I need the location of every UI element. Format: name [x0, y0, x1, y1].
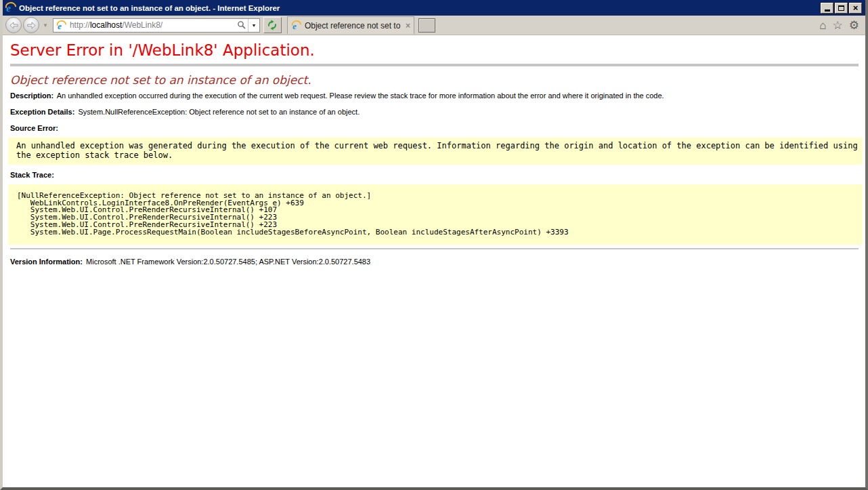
- version-information-text: Microsoft .NET Framework Version:2.0.507…: [86, 258, 370, 266]
- recent-pages-dropdown-icon[interactable]: ▼: [43, 22, 48, 28]
- minimize-button[interactable]: [821, 3, 833, 14]
- stack-trace-box: [NullReferenceException: Object referenc…: [8, 184, 863, 245]
- url-scheme: http://: [70, 20, 90, 30]
- page-content: Server Error in '/WebLink8' Application.…: [3, 35, 865, 487]
- refresh-icon: [267, 20, 278, 30]
- minimize-icon: [825, 9, 830, 12]
- forward-arrow-icon: [27, 22, 36, 29]
- url-host: localhost: [90, 20, 122, 30]
- exception-details-text: System.NullReferenceException: Object re…: [78, 108, 360, 116]
- window-controls: ×: [821, 3, 862, 14]
- new-tab-button[interactable]: [418, 18, 435, 33]
- browser-window: Object reference not set to an instance …: [0, 0, 868, 490]
- maximize-icon: [838, 5, 844, 11]
- forward-button[interactable]: [23, 17, 39, 33]
- exception-details-line: Exception Details: System.NullReferenceE…: [10, 108, 859, 117]
- divider-bottom: [10, 248, 859, 249]
- window-title: Object reference not set to an instance …: [19, 4, 821, 12]
- url-path: /WebLink8/: [122, 20, 162, 30]
- description-text: An unhandled exception occurred during t…: [57, 91, 664, 100]
- title-bar: Object reference not set to an instance …: [3, 0, 865, 16]
- source-error-label-line: Source Error:: [10, 124, 859, 133]
- refresh-button[interactable]: [263, 17, 282, 33]
- close-icon: ×: [853, 3, 859, 12]
- toolbar-right-icons: ⌂ ☆ ⚙: [819, 20, 859, 31]
- tab-object-reference-error[interactable]: Object reference not set to ... ×: [287, 16, 414, 34]
- home-icon[interactable]: ⌂: [819, 20, 826, 31]
- divider-top: [10, 64, 859, 66]
- address-bar[interactable]: http://localhost/WebLink8/ ▼: [53, 18, 260, 33]
- source-error-label: Source Error:: [10, 124, 58, 132]
- stack-trace-label: Stack Trace:: [10, 171, 54, 179]
- source-error-box: An unhandled exception was generated dur…: [8, 138, 863, 165]
- navigation-bar: ▼ http://localhost/WebLink8/ ▼ Objec: [3, 16, 865, 35]
- stack-trace-label-line: Stack Trace:: [10, 171, 859, 180]
- url-text[interactable]: http://localhost/WebLink8/: [70, 20, 236, 30]
- exception-details-label: Exception Details:: [10, 108, 74, 116]
- source-error-text: An unhandled exception was generated dur…: [8, 138, 863, 165]
- version-information-line: Version Information: Microsoft .NET Fram…: [10, 258, 859, 266]
- tab-title: Object reference not set to ...: [305, 21, 403, 30]
- address-dropdown-icon[interactable]: ▼: [248, 19, 259, 32]
- back-arrow-icon: [9, 22, 18, 29]
- description-label: Description:: [10, 91, 53, 100]
- error-message-heading: Object reference not set to an instance …: [10, 73, 859, 87]
- search-icon[interactable]: [237, 20, 246, 30]
- favorites-star-icon[interactable]: ☆: [833, 20, 843, 31]
- close-button[interactable]: ×: [849, 3, 862, 14]
- tab-close-icon[interactable]: ×: [406, 21, 410, 30]
- version-information-label: Version Information:: [10, 258, 83, 266]
- description-line: Description: An unhandled exception occu…: [10, 91, 859, 100]
- settings-gear-icon[interactable]: ⚙: [849, 20, 859, 31]
- error-page-title: Server Error in '/WebLink8' Application.: [10, 41, 859, 60]
- page-favicon-icon: [56, 20, 66, 30]
- tab-favicon-icon: [291, 20, 301, 30]
- stack-trace-text: [NullReferenceException: Object referenc…: [8, 184, 863, 245]
- maximize-button[interactable]: [835, 3, 848, 14]
- back-button[interactable]: [5, 17, 22, 33]
- ie-icon: [5, 2, 16, 14]
